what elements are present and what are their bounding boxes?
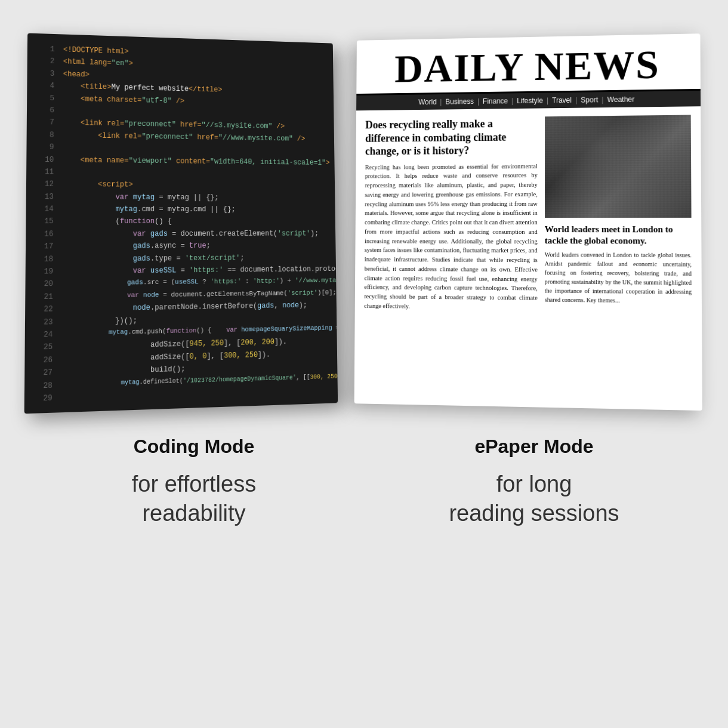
newspaper-title: DAILY NEWS — [368, 44, 689, 89]
epaper-mode-label-block: ePaper Mode for longreading sessions — [364, 436, 704, 529]
coding-panel: 1<!DOCTYPE html> 2<html lang="en"> 3<hea… — [24, 33, 338, 414]
article-image-overlay — [545, 115, 692, 218]
nav-weather[interactable]: Weather — [607, 95, 634, 104]
nav-sep6: | — [601, 95, 603, 104]
article-image — [545, 115, 692, 218]
nav-sep4: | — [547, 96, 548, 104]
article2-headline: World leaders meet in London to tackle t… — [545, 224, 692, 246]
article-left: Does recycling really make a difference … — [364, 116, 538, 312]
labels-row: Coding Mode for effortlessreadability eP… — [24, 436, 704, 529]
nav-sep3: | — [511, 97, 513, 105]
article2-body: World leaders convened in London to tack… — [545, 250, 692, 306]
epaper-mode-title: ePaper Mode — [388, 436, 680, 458]
newspaper-body: Does recycling really make a difference … — [355, 106, 702, 322]
nav-lifestyle[interactable]: Lifestyle — [517, 97, 543, 105]
panels-row: 1<!DOCTYPE html> 2<html lang="en"> 3<hea… — [24, 36, 704, 406]
coding-mode-subtitle: for effortlessreadability — [48, 470, 340, 529]
coding-mode-label-block: Coding Mode for effortlessreadability — [24, 436, 364, 529]
epaper-mode-subtitle: for longreading sessions — [388, 470, 680, 529]
nav-sep5: | — [575, 96, 577, 104]
newspaper-header: DAILY NEWS — [356, 33, 701, 95]
nav-sep2: | — [477, 97, 479, 106]
nav-finance[interactable]: Finance — [483, 97, 508, 105]
coding-mode-title: Coding Mode — [48, 436, 340, 458]
nav-travel[interactable]: Travel — [552, 96, 572, 104]
article-right: World leaders meet in London to tackle t… — [545, 115, 692, 314]
nav-sport[interactable]: Sport — [581, 95, 598, 104]
nav-business[interactable]: Business — [445, 97, 474, 106]
newspaper-panel: DAILY NEWS World | Business | Finance | … — [354, 33, 702, 411]
article1-body: Recycling has long been promoted as esse… — [364, 162, 538, 313]
nav-sep1: | — [440, 98, 442, 106]
main-container: 1<!DOCTYPE html> 2<html lang="en"> 3<hea… — [0, 0, 728, 728]
nav-world[interactable]: World — [418, 98, 436, 106]
article1-headline: Does recycling really make a difference … — [365, 116, 538, 158]
